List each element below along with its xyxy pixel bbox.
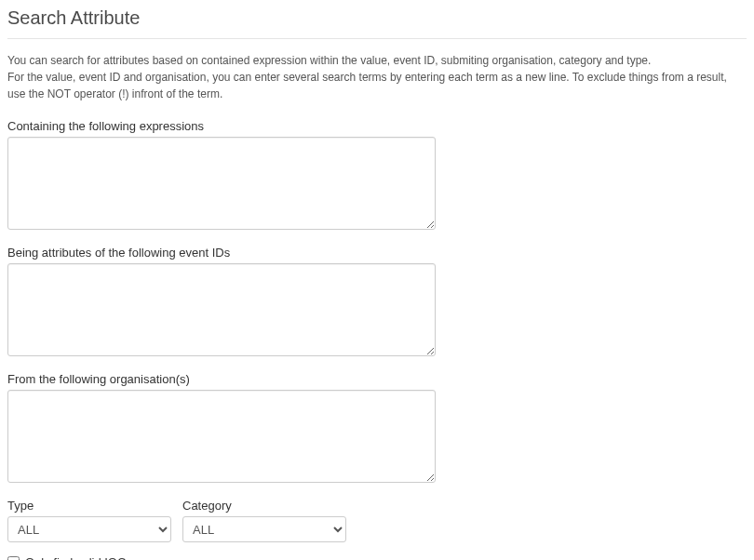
only-iocs-row: Only find valid IOCs — [7, 555, 747, 560]
category-label: Category — [182, 499, 346, 513]
event-ids-input[interactable] — [7, 263, 436, 356]
event-ids-label: Being attributes of the following event … — [7, 246, 747, 260]
type-field-group: Type ALL — [7, 499, 171, 542]
type-select[interactable]: ALL — [7, 516, 171, 542]
category-select[interactable]: ALL — [182, 516, 346, 542]
organisations-field-group: From the following organisation(s) — [7, 372, 747, 486]
description-line-1: You can search for attributes based on c… — [7, 52, 747, 69]
organisations-input[interactable] — [7, 390, 436, 483]
event-ids-field-group: Being attributes of the following event … — [7, 246, 747, 359]
expressions-input[interactable] — [7, 137, 436, 230]
page-title: Search Attribute — [7, 7, 747, 39]
type-category-row: Type ALL Category ALL — [7, 499, 747, 542]
type-label: Type — [7, 499, 171, 513]
description-line-2: For the value, event ID and organisation… — [7, 69, 747, 102]
expressions-field-group: Containing the following expressions — [7, 119, 747, 233]
expressions-label: Containing the following expressions — [7, 119, 747, 133]
only-iocs-checkbox[interactable] — [7, 556, 20, 560]
category-field-group: Category ALL — [182, 499, 346, 542]
organisations-label: From the following organisation(s) — [7, 372, 747, 386]
search-description: You can search for attributes based on c… — [7, 52, 747, 102]
only-iocs-label[interactable]: Only find valid IOCs — [25, 555, 132, 560]
